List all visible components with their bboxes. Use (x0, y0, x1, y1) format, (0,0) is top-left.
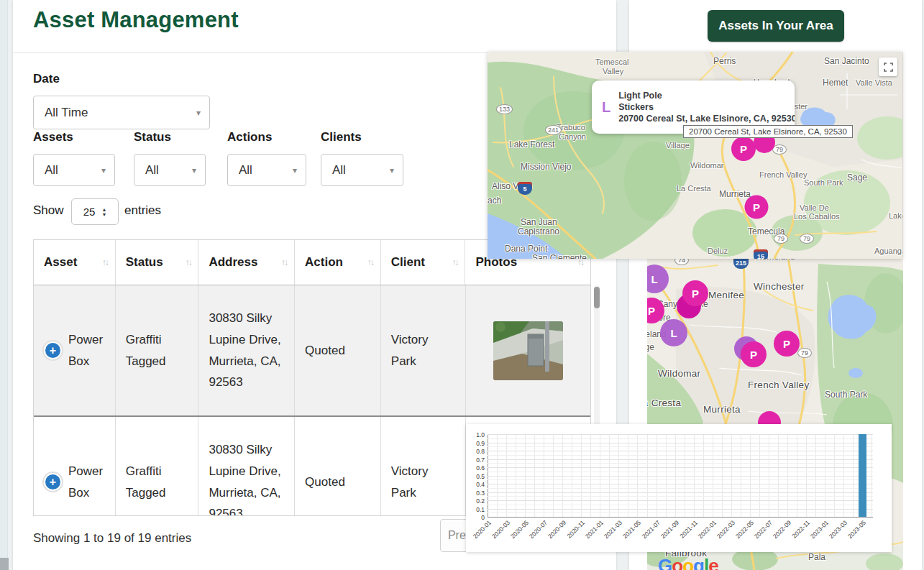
asset-cell: +Power Box (34, 417, 116, 516)
sort-icon: ↑↓ (281, 257, 287, 267)
x-axis-tick: 2020-03 (490, 519, 511, 540)
map-label: Valle De (800, 203, 829, 212)
map-label: Aguanga (874, 247, 902, 255)
column-header-status[interactable]: Status↑↓ (116, 240, 199, 285)
asset-cell: +Power Box (34, 285, 116, 415)
stepper-arrows-icon: ▲▼ (101, 207, 106, 217)
asset-marker-l[interactable]: L (660, 319, 687, 346)
gridline-h (488, 476, 873, 477)
road-shield: 241 (545, 125, 562, 135)
actions-filter-label: Actions (227, 130, 272, 144)
fullscreen-button[interactable] (879, 58, 897, 76)
map-label: Valle Vista (856, 78, 892, 87)
asset-marker-p[interactable]: P (745, 196, 769, 219)
x-axis-tick: 2020-01 (472, 519, 493, 540)
asset-name: Power Box (68, 461, 105, 504)
map-label: Murrieta (719, 189, 751, 199)
show-entries-label: Show (33, 203, 64, 218)
asset-name: Power Box (68, 329, 105, 372)
sort-icon: ↑↓ (452, 257, 457, 267)
clients-filter-select[interactable]: All ▾ (321, 154, 403, 186)
expand-row-button[interactable]: + (44, 341, 62, 359)
google-logo-letter: e (708, 555, 718, 570)
table-row: +Power BoxGraffiti Tagged30830 Silky Lup… (34, 285, 590, 415)
map-label: South Park (804, 178, 843, 187)
column-header-client[interactable]: Client↑↓ (381, 240, 466, 285)
map-label: San Jacinto (824, 56, 869, 66)
google-logo-letter: G (658, 555, 672, 570)
gridline-h (488, 472, 873, 472)
activity-chart: 00.10.20.30.40.50.60.70.80.91.02020-0120… (466, 424, 892, 552)
gridline-h (488, 467, 873, 468)
gridline-h (488, 496, 873, 497)
client-cell: Victory Park (381, 417, 466, 516)
gridline-h (488, 451, 873, 451)
map-label: La Cresta (677, 184, 711, 193)
map-label: Perris (713, 56, 736, 66)
map-label: Canyon (559, 132, 586, 141)
x-axis-tick: 2021-11 (678, 519, 699, 540)
x-axis-tick: 2022-05 (734, 519, 755, 540)
y-axis-tick: 0.5 (466, 473, 485, 480)
map-label: Wildomar (690, 161, 723, 170)
status-filter-select[interactable]: All ▾ (134, 154, 206, 186)
date-filter-select[interactable]: All Time ▾ (33, 96, 210, 129)
chevron-down-icon: ▾ (293, 165, 297, 175)
map-label: Pala (808, 552, 825, 562)
y-axis-tick: 0.3 (466, 489, 485, 497)
light-pole-marker-letter: L (602, 99, 610, 116)
status-cell: Graffiti Tagged (116, 417, 199, 516)
map-label: San Clemente (532, 253, 587, 259)
column-header-action[interactable]: Action↑↓ (295, 240, 381, 285)
popup-asset-line1: Light Pole (618, 90, 795, 101)
gridline-h (488, 434, 873, 435)
gridline-h (488, 492, 873, 493)
road-shield: 79 (797, 348, 812, 358)
action-cell: Quoted (295, 285, 381, 415)
asset-marker-l[interactable]: L (647, 265, 669, 293)
map-label: Mission Viejo (521, 162, 571, 172)
map-label: Village (666, 141, 690, 150)
column-header-address[interactable]: Address↑↓ (198, 240, 295, 285)
map-label: Deluz (708, 247, 728, 255)
assets-in-your-area-button[interactable]: Assets In Your Area (708, 10, 844, 42)
gridline-h (488, 443, 873, 443)
x-axis-tick: 2021-03 (603, 519, 623, 540)
gridline-h (488, 463, 873, 464)
x-axis-tick: 2020-05 (509, 519, 530, 540)
gridline-h (488, 505, 873, 505)
expand-row-button[interactable]: + (44, 473, 62, 491)
map-label: French Valley (759, 170, 807, 179)
map-label: Sage (847, 173, 867, 183)
assets-filter-select[interactable]: All ▾ (33, 154, 115, 186)
road-shield: 79 (774, 234, 788, 244)
overlay-map[interactable]: TemescalValleyPerrisSan JacintoHomelandH… (488, 52, 902, 259)
map-label: Lake Riverside (889, 211, 902, 220)
action-cell: Quoted (295, 417, 381, 516)
asset-marker-p[interactable]: P (741, 341, 767, 367)
map-label: San Juan (521, 217, 557, 227)
page-size-select[interactable]: 25 ▲▼ (71, 198, 119, 225)
x-axis-tick: 2021-09 (659, 519, 680, 540)
gridline-h (488, 459, 873, 460)
asset-marker-p[interactable]: P (682, 280, 708, 306)
x-axis-tick: 2020-07 (528, 519, 549, 540)
google-logo-letter: o (682, 555, 693, 570)
column-header-label: Client (391, 255, 425, 270)
assets-filter-label: Assets (33, 130, 73, 144)
gridline-h (488, 512, 873, 513)
asset-marker-p[interactable]: P (731, 137, 756, 161)
actions-filter-select[interactable]: All ▾ (227, 154, 306, 186)
road-shield: 133 (496, 104, 513, 114)
google-logo-letter: g (693, 555, 704, 570)
x-axis-tick: 2023-05 (846, 519, 867, 540)
table-scrollbar-thumb[interactable] (594, 287, 600, 308)
map-label: Los Caballos (794, 212, 840, 221)
column-header-label: Action (305, 255, 343, 270)
scroll-corner (0, 558, 9, 570)
asset-photo[interactable] (493, 321, 563, 380)
google-logo-letter: o (672, 555, 682, 570)
asset-marker-p[interactable]: P (774, 331, 800, 357)
gridline-h (488, 438, 873, 439)
column-header-asset[interactable]: Asset↑↓ (34, 240, 116, 285)
